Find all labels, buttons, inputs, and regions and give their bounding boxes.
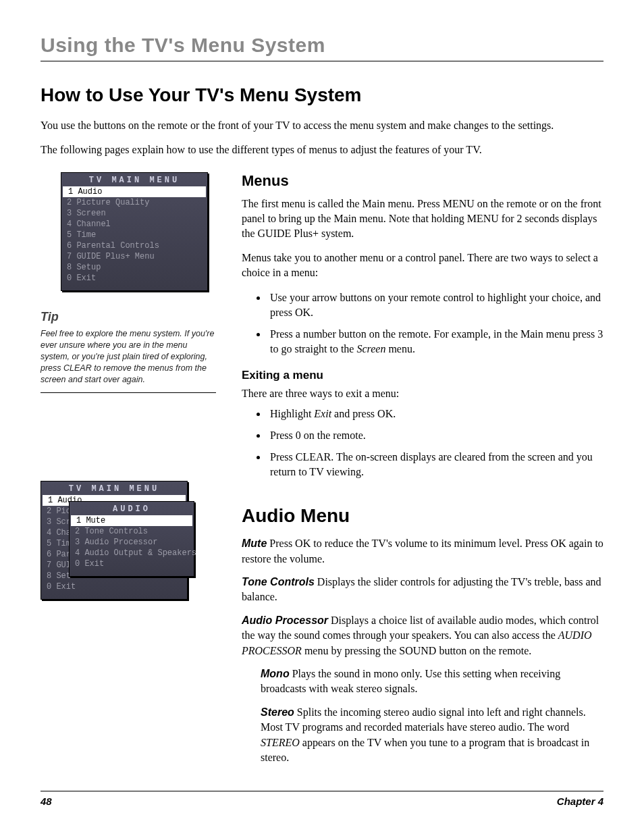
exiting-heading: Exiting a menu [242,369,603,382]
menus-bullet-list: Use your arrow buttons on your remote co… [242,290,603,357]
osd-item: 0 Exit [61,273,207,284]
osd-sub-item: 2 Tone Controls [70,526,194,537]
osd-item: 7 GUIDE Plus+ Menu [61,251,207,262]
osd-item: 6 Parental Controls [61,240,207,251]
def-proc: Audio Processor Displays a choice list o… [242,613,603,658]
running-head: Using the TV's Menu System [41,34,603,61]
def-stereo-text: Splits the incoming stereo audio signal … [261,706,589,763]
def-mute-text: Press OK to reduce the TV's volume to it… [242,538,603,564]
def-mono-text: Plays the sound in mono only. Use this s… [261,668,560,694]
osd-title: TV MAIN MENU [61,173,207,186]
osd-sub-item: 0 Exit [70,558,194,569]
osd-item: 2 Picture Quality [61,197,207,208]
osd-sub-item: 4 Audio Output & Speakers [70,548,194,558]
list-item: Use your arrow buttons on your remote co… [267,290,603,320]
tip-heading: Tip [41,310,216,324]
osd-sub-item: 1 Mute [71,515,192,526]
page-number: 48 [41,796,52,807]
osd-sub-title: AUDIO [70,502,194,515]
intro-paragraph-2: The following pages explain how to use t… [41,142,574,157]
osd-back-item: 0 Exit [41,581,187,592]
osd-audio-menu-figure: TV MAIN MENU 1 Audio 2 Pict 3 Scre 4 Cha… [41,481,216,596]
term-tone: Tone Controls [242,576,315,588]
page-title: How to Use Your TV's Menu System [41,84,603,106]
osd-item-audio: 1 Audio [63,186,206,197]
osd-item: 4 Channel [61,219,207,230]
osd-item: 8 Setup [61,262,207,273]
term-proc: Audio Processor [242,615,328,626]
tip-body: Feel free to explore the menu system. If… [41,328,216,392]
list-item: Press a number button on the remote. For… [267,327,603,357]
chapter-label: Chapter 4 [557,796,603,807]
osd-item: 5 Time [61,230,207,240]
menus-p1: The first menu is called the Main menu. … [242,197,603,241]
term-stereo: Stereo [261,706,294,718]
bullet-text: Press a number button on the remote. For… [270,328,603,355]
def-stereo: Stereo Splits the incoming stereo audio … [261,705,603,766]
menus-heading: Menus [242,172,603,190]
osd-main-menu-figure: TV MAIN MENU 1 Audio 2 Picture Quality 3… [61,172,208,291]
list-item: Press 0 on the remote. [267,428,603,443]
audio-menu-heading: Audio Menu [242,505,603,527]
osd-sub-item: 3 Audio Processor [70,537,194,548]
def-tone: Tone Controls Displays the slider contro… [242,575,603,605]
term-mute: Mute [242,538,267,549]
exit-intro: There are three ways to exit a menu: [242,386,603,401]
def-mute: Mute Press OK to reduce the TV's volume … [242,536,603,567]
osd-item: 3 Screen [61,208,207,219]
intro-paragraph-1: You use the buttons on the remote or the… [41,118,574,133]
def-mono: Mono Plays the sound in mono only. Use t… [261,667,603,697]
osd-back-title: TV MAIN MENU [41,481,187,495]
list-item: Press CLEAR. The on-screen displays are … [267,450,603,479]
term-mono: Mono [261,668,290,679]
osd-sub-audio-menu: AUDIO 1 Mute 2 Tone Controls 3 Audio Pro… [69,501,194,577]
menus-p2: Menus take you to another menu or a cont… [242,251,603,280]
exit-bullet-list: Highlight Exit and press OK. Press 0 on … [242,407,603,479]
list-item: Highlight Exit and press OK. [267,407,603,421]
